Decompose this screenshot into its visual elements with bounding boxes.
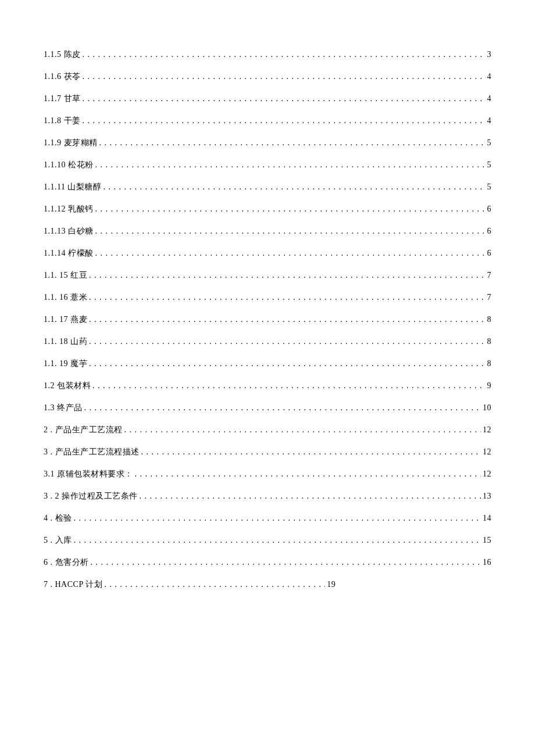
toc-label: 5 . 入库 — [44, 535, 72, 546]
toc-label: 1.1. 17 燕麦 — [44, 314, 87, 325]
toc-entry: 3 . 2 操作过程及工艺条件 13 — [44, 491, 491, 501]
toc-page-number: 13 — [483, 492, 491, 501]
toc-entry: 1.1. 19 魔芋 8 — [44, 359, 491, 369]
toc-leader-dots — [141, 447, 482, 457]
toc-entry: 1.1.5 陈皮 3 — [44, 49, 491, 60]
toc-label: 1.1.9 麦芽糊精 — [44, 138, 98, 148]
toc-leader-dots — [83, 72, 486, 81]
toc-label: 1.1.13 白砂糖 — [44, 226, 94, 237]
toc-leader-dots — [95, 205, 486, 214]
toc-label: 3.1 原辅包装材料要求： — [44, 469, 133, 479]
toc-page-number: 5 — [487, 138, 492, 148]
toc-page-number: 8 — [487, 359, 492, 368]
toc-label: 1.1.10 松花粉 — [44, 160, 94, 170]
toc-leader-dots — [89, 337, 486, 346]
toc-page-number: 5 — [487, 182, 492, 192]
toc-entry: 1.2 包装材料 9 — [44, 381, 491, 391]
toc-entry: 1.1. 16 薏米 7 — [44, 292, 491, 303]
toc-page-number: 12 — [483, 470, 491, 479]
toc-leader-dots — [89, 293, 486, 302]
toc-page-number: 16 — [483, 558, 491, 567]
toc-entry: 6 . 危害分析 16 — [44, 557, 491, 568]
toc-leader-dots — [124, 425, 482, 435]
toc-entry: 1.3 终产品 10 — [44, 403, 491, 413]
toc-entry: 1.1.8 干姜 4 — [44, 116, 491, 126]
toc-leader-dots — [89, 359, 486, 368]
toc-label: 1.2 包装材料 — [44, 381, 91, 391]
toc-label: 1.1. 18 山药 — [44, 336, 87, 347]
toc-label: 1.1.8 干姜 — [44, 116, 81, 126]
toc-leader-dots — [103, 182, 485, 192]
toc-leader-dots — [74, 536, 482, 545]
toc-page-number: 7 — [487, 293, 492, 302]
toc-leader-dots — [95, 160, 486, 170]
toc-label: 1.1.5 陈皮 — [44, 49, 81, 60]
toc-page-number: 8 — [487, 315, 492, 324]
toc-label: 1.1.11 山梨糖醇 — [44, 182, 101, 192]
toc-entry: 5 . 入库 15 — [44, 535, 491, 546]
toc-leader-dots — [95, 227, 486, 236]
toc-entry: 4 . 检验 14 — [44, 513, 491, 524]
toc-leader-dots — [135, 470, 482, 479]
toc-entry: 1.1.11 山梨糖醇 5 — [44, 182, 491, 192]
toc-entry: 1.1. 15 红豆 7 — [44, 270, 491, 281]
toc-label: 1.1. 15 红豆 — [44, 270, 87, 281]
toc-leader-dots — [99, 138, 486, 148]
toc-leader-dots — [140, 492, 482, 501]
toc-entry: 3.1 原辅包装材料要求：12 — [44, 469, 491, 479]
toc-page-number: 12 — [483, 447, 491, 457]
toc-entry: 1.1.9 麦芽糊精 5 — [44, 138, 491, 148]
toc-leader-dots — [89, 271, 486, 280]
toc-entry: 2 . 产品生产工艺流程 12 — [44, 425, 491, 435]
toc-label: 1.1. 16 薏米 — [44, 292, 87, 303]
toc-entry: 7 . HACCP 计划 19 — [44, 579, 491, 590]
toc-leader-dots — [95, 249, 486, 258]
toc-leader-dots — [91, 558, 482, 567]
toc-leader-dots — [83, 116, 486, 126]
toc-leader-dots — [84, 403, 482, 413]
toc-leader-dots — [92, 381, 486, 390]
toc-entry: 1.1.14 柠檬酸 6 — [44, 248, 491, 259]
toc-entry: 1.1.13 白砂糖 6 — [44, 226, 491, 237]
toc-page-number: 6 — [487, 249, 492, 258]
toc-page-number: 3 — [487, 50, 492, 59]
toc-leader-dots — [104, 580, 325, 589]
toc-page-number: 10 — [483, 403, 491, 413]
toc-page-number: 6 — [487, 227, 492, 236]
toc-label: 3 . 产品生产工艺流程描述 — [44, 447, 140, 457]
toc-label: 1.1. 19 魔芋 — [44, 359, 87, 369]
toc-entry: 1.1. 17 燕麦 8 — [44, 314, 491, 325]
toc-leader-dots — [83, 94, 486, 103]
toc-entry: 1.1. 18 山药 8 — [44, 336, 491, 347]
toc-page-number: 4 — [487, 116, 492, 126]
table-of-contents: 1.1.5 陈皮 31.1.6 茯苓 41.1.7 甘草 41.1.8 干姜 4… — [44, 49, 491, 590]
toc-label: 1.1.14 柠檬酸 — [44, 248, 94, 259]
toc-entry: 1.1.10 松花粉 5 — [44, 160, 491, 170]
toc-label: 1.1.6 茯苓 — [44, 71, 81, 82]
toc-leader-dots — [74, 514, 482, 523]
toc-page-number: 7 — [487, 271, 492, 280]
toc-label: 1.1.7 甘草 — [44, 94, 81, 104]
toc-label: 4 . 检验 — [44, 513, 72, 524]
toc-entry: 1.1.7 甘草 4 — [44, 94, 491, 104]
toc-entry: 1.1.12 乳酸钙 6 — [44, 204, 491, 214]
toc-page-number: 5 — [487, 160, 492, 170]
toc-page-number: 14 — [483, 514, 491, 523]
toc-page-number: 8 — [487, 337, 492, 346]
toc-label: 3 . 2 操作过程及工艺条件 — [44, 491, 138, 501]
toc-leader-dots — [83, 50, 486, 59]
toc-leader-dots — [89, 315, 486, 324]
toc-label: 1.1.12 乳酸钙 — [44, 204, 94, 214]
toc-page-number: 4 — [487, 72, 492, 81]
toc-page-number: 19 — [327, 580, 336, 589]
toc-entry: 1.1.6 茯苓 4 — [44, 71, 491, 82]
toc-page-number: 4 — [487, 94, 492, 103]
toc-page-number: 9 — [487, 381, 492, 390]
toc-label: 6 . 危害分析 — [44, 557, 89, 568]
toc-label: 7 . HACCP 计划 — [44, 579, 102, 590]
toc-label: 2 . 产品生产工艺流程 — [44, 425, 123, 435]
toc-page-number: 12 — [483, 425, 491, 435]
toc-label: 1.3 终产品 — [44, 403, 83, 413]
toc-entry: 3 . 产品生产工艺流程描述 12 — [44, 447, 491, 457]
toc-page-number: 15 — [483, 536, 491, 545]
